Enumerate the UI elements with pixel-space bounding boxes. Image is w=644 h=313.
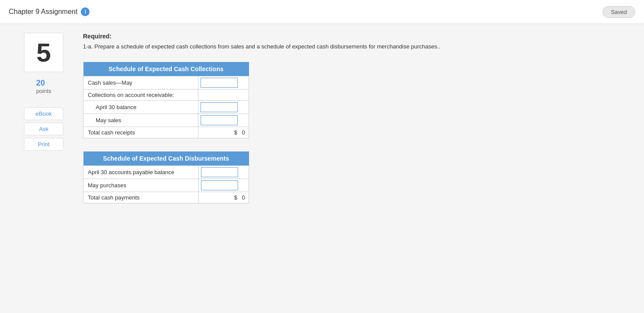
question-number-box: 5 [24,33,63,72]
may-sales-input[interactable] [201,115,238,125]
print-button[interactable]: Print [24,138,63,151]
total-receipts-currency: $ [234,129,237,136]
collections-empty-cell [198,89,249,100]
total-receipts-row: Total cash receipts $ 0 [83,127,249,138]
ap-balance-row: April 30 accounts payable balance [83,165,249,179]
cash-sales-row: Cash sales—May [83,76,249,89]
left-sidebar: 5 20 points eBook Ask Print [17,33,70,217]
april-balance-input[interactable] [201,102,238,112]
may-sales-row: May sales [83,114,249,127]
total-payments-currency: $ [234,194,237,201]
required-section: Required: 1-a. Prepare a schedule of exp… [83,33,627,51]
ap-balance-input-cell[interactable] [198,165,249,179]
ask-button[interactable]: Ask [24,123,63,135]
total-receipts-value-cell: $ 0 [198,127,249,138]
cash-sales-input[interactable] [201,78,238,88]
required-text: 1-a. Prepare a schedule of expected cash… [83,42,627,51]
total-payments-value: 0 [242,194,245,201]
ap-balance-input[interactable] [201,167,238,177]
collections-label-row: Collections on account receivable: [83,89,249,100]
april-balance-input-cell[interactable] [198,100,249,114]
disbursements-header-row: Schedule of Expected Cash Disbursements [83,151,249,166]
ap-balance-label: April 30 accounts payable balance [83,165,199,179]
may-purchases-input-cell[interactable] [198,179,249,192]
may-purchases-input[interactable] [201,180,238,190]
disbursements-header: Schedule of Expected Cash Disbursements [83,151,249,166]
may-purchases-row: May purchases [83,179,249,192]
right-content: Required: 1-a. Prepare a schedule of exp… [83,33,627,217]
main-content: 5 20 points eBook Ask Print Required: 1-… [0,24,644,313]
may-purchases-label: May purchases [83,179,199,192]
ebook-button[interactable]: eBook [24,107,63,120]
points-label: points [36,88,52,94]
april-balance-label: April 30 balance [83,100,198,114]
sidebar-buttons: eBook Ask Print [24,107,63,151]
cash-sales-input-cell[interactable] [198,76,249,89]
total-payments-label: Total cash payments [83,192,199,203]
question-number: 5 [36,38,51,68]
points-value: 20 [36,79,52,88]
total-payments-row: Total cash payments $ 0 [83,192,249,203]
may-sales-input-cell[interactable] [198,114,249,127]
saved-badge: Saved [602,6,635,18]
info-icon[interactable]: i [81,7,90,16]
content-wrapper: 5 20 points eBook Ask Print Required: 1-… [17,33,627,217]
may-sales-label: May sales [83,114,198,127]
disbursements-table: Schedule of Expected Cash Disbursements … [83,151,249,203]
collections-header: Schedule of Expected Cash Collections [83,62,249,76]
total-payments-value-cell: $ 0 [198,192,249,203]
required-title: Required: [83,33,627,40]
page-title: Chapter 9 Assignment [9,8,77,16]
collections-table: Schedule of Expected Cash Collections Ca… [83,62,249,138]
collections-table-container: Schedule of Expected Cash Collections Ca… [83,62,627,138]
cash-sales-label: Cash sales—May [83,76,198,89]
total-receipts-value: 0 [242,129,245,136]
collections-header-row: Schedule of Expected Cash Collections [83,62,249,76]
disbursements-table-container: Schedule of Expected Cash Disbursements … [83,151,627,203]
total-receipts-label: Total cash receipts [83,127,198,138]
page-header: Chapter 9 Assignment i Saved [0,0,644,24]
header-left: Chapter 9 Assignment i [9,7,90,16]
collections-on-account-label: Collections on account receivable: [83,89,198,100]
april-balance-row: April 30 balance [83,100,249,114]
points-section: 20 points [36,79,52,94]
